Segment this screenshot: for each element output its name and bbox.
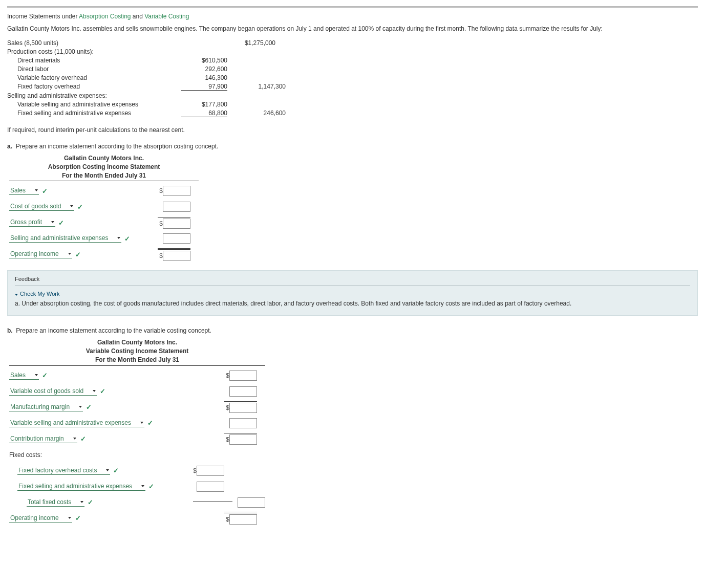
fsa-value: 68,800 [181, 110, 227, 117]
feedback-heading: Feedback [15, 276, 690, 286]
dollar-sign: $ [158, 220, 163, 227]
input-b-sales[interactable] [229, 371, 257, 381]
dollar-sign: $ [224, 372, 229, 379]
dollar-sign: $ [191, 467, 197, 474]
dropdown-b-op-income[interactable]: Operating income [9, 514, 72, 522]
fsa-label: Fixed selling and administrative expense… [7, 110, 181, 117]
direct-labor-value: 292,600 [181, 66, 227, 73]
check-icon: ✓ [77, 203, 83, 211]
stmt-a-title: Absorption Costing Income Statement [9, 163, 199, 171]
part-b-prompt: b. Prepare an income statement according… [7, 327, 698, 334]
stmt-a-period: For the Month Ended July 31 [9, 171, 199, 180]
feedback-panel: Feedback Check My Work a. Under absorpti… [7, 270, 698, 316]
prod-costs-label: Production costs (11,000 units): [7, 48, 171, 55]
sales-amount: $1,275,000 [217, 39, 275, 47]
input-b-total-fixed-costs[interactable] [238, 497, 265, 508]
chevron-down-icon [68, 517, 71, 519]
fixed-costs-label: Fixed costs: [9, 451, 183, 459]
check-icon: ✓ [58, 219, 64, 227]
dropdown-b-vsae[interactable]: Variable selling and administrative expe… [9, 419, 144, 427]
part-a-prompt: a. Prepare an income statement according… [7, 143, 698, 150]
input-a-cogs[interactable] [163, 202, 190, 212]
check-icon: ✓ [113, 467, 119, 474]
input-a-gross-profit[interactable] [163, 219, 190, 229]
chevron-down-icon [68, 253, 71, 255]
chevron-down-icon [73, 438, 76, 440]
sales-label: Sales (8,500 units) [7, 39, 171, 47]
input-b-manufacturing-margin[interactable] [229, 403, 257, 413]
given-data-block: Sales (8,500 units) $1,275,000 Productio… [7, 39, 698, 117]
problem-text: Gallatin County Motors Inc. assembles an… [7, 25, 698, 32]
title-link-absorption: Absorption Costing [79, 13, 131, 20]
direct-materials-value: $610,500 [181, 57, 227, 64]
ffo-value: 97,900 [181, 83, 227, 91]
absorption-statement: Gallatin County Motors Inc. Absorption C… [9, 154, 199, 261]
chevron-down-icon [70, 205, 73, 207]
chevron-down-icon [93, 390, 96, 392]
sa-total: 246,600 [227, 110, 286, 117]
check-icon: ✓ [75, 514, 81, 522]
input-a-sales[interactable] [163, 186, 190, 196]
dropdown-b-vcogs[interactable]: Variable cost of goods sold [9, 387, 97, 396]
dollar-sign: $ [158, 252, 163, 259]
dropdown-b-ffoc[interactable]: Fixed factory overhead costs [17, 467, 110, 475]
sa-label: Selling and administrative expenses: [7, 92, 171, 99]
input-b-fsae[interactable] [197, 482, 224, 492]
vfo-label: Variable factory overhead [7, 74, 181, 81]
dropdown-b-contribution-margin[interactable]: Contribution margin [9, 435, 77, 443]
direct-labor-label: Direct labor [7, 66, 181, 73]
check-my-work-toggle[interactable]: Check My Work [15, 291, 690, 297]
chevron-down-icon [51, 221, 54, 223]
dropdown-b-manufacturing-margin[interactable]: Manufacturing margin [9, 403, 83, 411]
check-icon: ✓ [147, 419, 153, 427]
dropdown-a-sae[interactable]: Selling and administrative expenses [9, 234, 121, 243]
chevron-down-icon [35, 189, 38, 191]
title-prefix: Income Statements under [7, 13, 79, 20]
dropdown-b-sales[interactable]: Sales [9, 372, 39, 380]
input-b-op-income[interactable] [229, 514, 257, 525]
feedback-text: a. Under absorption costing, the cost of… [15, 300, 690, 307]
title-link-variable: Variable Costing [144, 13, 189, 20]
direct-materials-label: Direct materials [7, 57, 181, 64]
check-icon: ✓ [80, 435, 86, 443]
check-icon: ✓ [148, 483, 154, 490]
vsa-value: $177,800 [181, 101, 227, 108]
input-a-op-income[interactable] [163, 251, 190, 261]
chevron-down-icon [80, 501, 83, 503]
dropdown-a-cogs[interactable]: Cost of goods sold [9, 203, 74, 211]
ffo-label: Fixed factory overhead [7, 83, 181, 91]
chevron-down-icon [141, 485, 144, 487]
stmt-b-company: Gallatin County Motors Inc. [9, 338, 265, 347]
input-a-sae[interactable] [163, 233, 190, 244]
input-b-vcogs[interactable] [229, 386, 257, 397]
stmt-b-title: Variable Costing Income Statement [9, 347, 265, 356]
variable-statement: Gallatin County Motors Inc. Variable Cos… [9, 338, 265, 525]
dropdown-a-op-income[interactable]: Operating income [9, 250, 72, 258]
chevron-down-icon [79, 406, 82, 408]
dollar-sign: $ [224, 404, 229, 411]
dollar-sign: $ [224, 436, 229, 443]
dropdown-a-gross-profit[interactable]: Gross profit [9, 219, 55, 227]
dropdown-b-total-fixed-costs[interactable]: Total fixed costs [27, 498, 84, 507]
check-icon: ✓ [88, 498, 93, 506]
vsa-label: Variable selling and administrative expe… [7, 101, 181, 108]
stmt-a-company: Gallatin County Motors Inc. [9, 154, 199, 163]
rounding-note: If required, round interim per-unit calc… [7, 126, 698, 134]
caret-down-icon [15, 294, 18, 296]
check-icon: ✓ [124, 235, 130, 243]
input-b-ffoc[interactable] [197, 466, 224, 476]
chevron-down-icon [106, 469, 109, 471]
chevron-down-icon [140, 422, 143, 424]
dollar-sign: $ [158, 187, 163, 194]
check-icon: ✓ [42, 187, 48, 195]
stmt-b-period: For the Month Ended July 31 [9, 356, 265, 364]
title-mid: and [131, 13, 144, 20]
prod-total: 1,147,300 [227, 83, 286, 91]
check-icon: ✓ [86, 403, 92, 411]
dropdown-a-sales[interactable]: Sales [9, 187, 39, 195]
dropdown-b-fsae[interactable]: Fixed selling and administrative expense… [17, 483, 145, 491]
input-b-contribution-margin[interactable] [229, 434, 257, 445]
input-b-vsae[interactable] [229, 418, 257, 428]
dollar-sign: $ [224, 516, 229, 523]
vfo-value: 146,300 [181, 74, 227, 81]
